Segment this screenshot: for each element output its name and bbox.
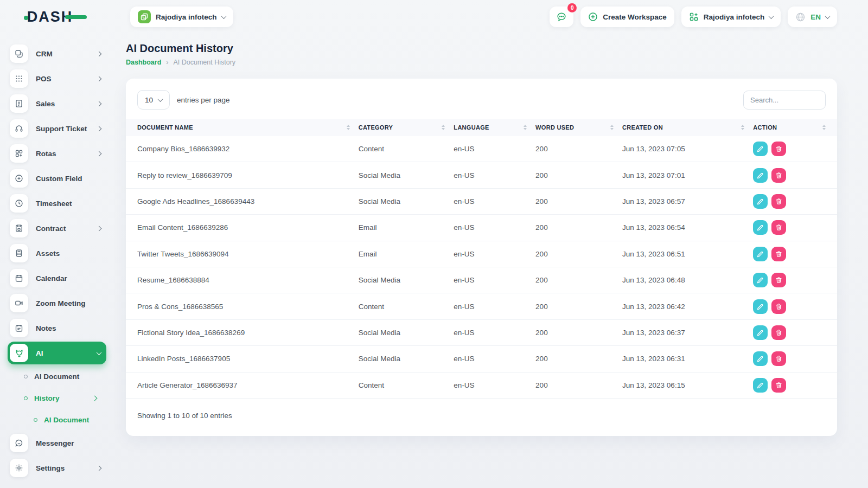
delete-button[interactable]: [771, 142, 786, 156]
column-header-action[interactable]: ACTION: [753, 124, 837, 131]
cell-language: en-US: [454, 250, 535, 258]
cell-word-used: 200: [535, 197, 622, 206]
ai-icon: [10, 344, 28, 362]
workspace-selector[interactable]: Rajodiya infotech: [130, 7, 233, 27]
page-size-select[interactable]: 10: [137, 90, 170, 110]
pos-icon: [10, 69, 28, 88]
sort-icon[interactable]: [347, 125, 350, 130]
sidebar-subitem-history-ai-document[interactable]: AI Document: [8, 409, 106, 431]
breadcrumb-current: AI Document History: [173, 59, 235, 66]
sort-icon[interactable]: [610, 125, 614, 130]
column-header-created-on[interactable]: CREATED ON: [622, 124, 753, 131]
delete-button[interactable]: [771, 378, 786, 393]
sort-icon[interactable]: [442, 125, 445, 130]
sidebar-item-assets[interactable]: Assets: [8, 241, 106, 266]
table-row: Article Generator_1686636937 Content en-…: [126, 373, 837, 399]
cell-created-on: Jun 13, 2023 06:51: [622, 250, 753, 258]
sidebar-item-notes[interactable]: Notes: [8, 316, 106, 341]
top-header: DASH Rajodiya infotech 0 Create Workspac…: [0, 0, 868, 34]
delete-trash-icon: [775, 329, 782, 336]
sidebar-item-custom-field[interactable]: Custom Field: [8, 166, 106, 191]
sort-icon[interactable]: [524, 125, 527, 130]
search-input[interactable]: [743, 91, 826, 110]
sidebar-item-contract[interactable]: Contract: [8, 216, 106, 241]
table-row: Google Ads Headlines_1686639443 Social M…: [126, 189, 837, 215]
edit-button[interactable]: [753, 378, 768, 393]
topbar-right: 0 Create Workspace Rajodiya infotech EN: [550, 7, 837, 27]
delete-button[interactable]: [771, 351, 786, 366]
sort-icon[interactable]: [822, 125, 826, 130]
cell-category: Content: [359, 303, 454, 311]
sort-icon[interactable]: [741, 125, 744, 130]
chevron-right-icon: [97, 465, 102, 471]
delete-button[interactable]: [771, 220, 786, 235]
sidebar-item-messenger[interactable]: Messenger: [8, 431, 106, 455]
sidebar-item-label: Zoom Meeting: [36, 299, 106, 307]
delete-button[interactable]: [771, 273, 786, 287]
delete-trash-icon: [775, 251, 782, 258]
chevron-down-icon: [769, 14, 774, 19]
edit-button[interactable]: [753, 325, 768, 340]
edit-button[interactable]: [753, 168, 768, 183]
column-header-document-name[interactable]: DOCUMENT NAME: [126, 124, 359, 131]
sidebar-item-pos[interactable]: POS: [8, 66, 106, 91]
sidebar-item-ai[interactable]: AI: [8, 342, 106, 364]
cell-action: [753, 273, 837, 287]
sidebar-subitem-history[interactable]: History: [8, 387, 106, 409]
table-row: Pros & Cons_1686638565 Content en-US 200…: [126, 293, 837, 319]
messages-button[interactable]: 0: [550, 7, 573, 27]
edit-button[interactable]: [753, 351, 768, 366]
table-footer-summary: Showing 1 to 10 of 10 entries: [126, 399, 837, 420]
cell-language: en-US: [454, 171, 535, 179]
sidebar-item-sales[interactable]: Sales: [8, 91, 106, 116]
edit-button[interactable]: [753, 247, 768, 261]
cell-category: Social Media: [359, 276, 454, 284]
table-row: Twitter Tweets_1686639094 Email en-US 20…: [126, 241, 837, 267]
page-title: AI Document History: [126, 42, 837, 55]
cell-action: [753, 325, 837, 340]
cell-action: [753, 299, 837, 314]
breadcrumb-dashboard-link[interactable]: Dashboard: [126, 59, 161, 66]
sidebar-item-timesheet[interactable]: Timesheet: [8, 191, 106, 216]
edit-button[interactable]: [753, 142, 768, 156]
edit-pencil-icon: [757, 224, 764, 231]
delete-button[interactable]: [771, 194, 786, 209]
bullet-icon: [24, 375, 28, 378]
cell-language: en-US: [454, 381, 535, 389]
sidebar-subitem-ai-document[interactable]: AI Document: [8, 365, 106, 387]
sidebar-item-rotas[interactable]: Rotas: [8, 141, 106, 166]
delete-button[interactable]: [771, 299, 786, 314]
edit-button[interactable]: [753, 299, 768, 314]
sidebar-item-support-ticket[interactable]: Support Ticket: [8, 116, 106, 141]
table-header-row: DOCUMENT NAME CATEGORY LANGUAGE WORD USE…: [126, 119, 837, 136]
app-logo[interactable]: DASH: [27, 9, 87, 25]
create-workspace-button[interactable]: Create Workspace: [580, 7, 674, 27]
sidebar-item-label: AI: [36, 349, 90, 357]
language-selector[interactable]: EN: [788, 7, 837, 27]
grid-plus-icon: [689, 12, 699, 22]
sidebar-item-settings[interactable]: Settings: [8, 455, 106, 480]
column-header-word-used[interactable]: WORD USED: [535, 124, 622, 131]
column-header-language[interactable]: LANGUAGE: [454, 124, 535, 131]
workspace-logo-icon: [138, 10, 151, 23]
delete-button[interactable]: [771, 247, 786, 261]
edit-pencil-icon: [757, 303, 764, 310]
cell-created-on: Jun 13, 2023 06:54: [622, 223, 753, 232]
column-header-category[interactable]: CATEGORY: [359, 124, 454, 131]
sidebar-item-crm[interactable]: CRM: [8, 41, 106, 66]
edit-button[interactable]: [753, 220, 768, 235]
edit-button[interactable]: [753, 273, 768, 287]
edit-pencil-icon: [757, 251, 764, 258]
sidebar-item-zoom-meeting[interactable]: Zoom Meeting: [8, 291, 106, 316]
edit-button[interactable]: [753, 194, 768, 209]
delete-button[interactable]: [771, 168, 786, 183]
delete-trash-icon: [775, 355, 782, 362]
timesheet-icon: [10, 194, 28, 213]
cell-language: en-US: [454, 276, 535, 284]
sidebar-item-calendar[interactable]: Calendar: [8, 266, 106, 291]
assets-icon: [10, 244, 28, 262]
delete-button[interactable]: [771, 325, 786, 340]
workspace-menu[interactable]: Rajodiya infotech: [681, 7, 781, 27]
sidebar-item-label: Notes: [36, 324, 106, 332]
language-label: EN: [810, 13, 821, 21]
